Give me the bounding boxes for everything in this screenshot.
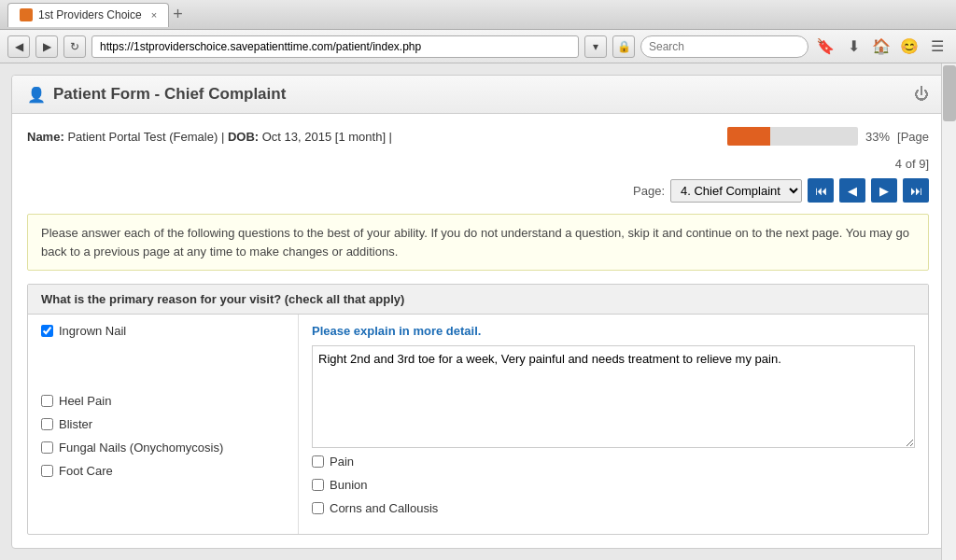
browser-tab[interactable]: 1st Providers Choice ×	[7, 3, 169, 27]
download-icon[interactable]: ⬇	[842, 35, 865, 58]
left-column: Ingrown Nail Heel Pain Blister	[28, 315, 299, 534]
forward-button[interactable]: ▶	[35, 35, 58, 58]
fungal-nails-label: Fungal Nails (Onychomycosis)	[59, 441, 223, 455]
power-icon[interactable]: ⏻	[914, 86, 929, 103]
page-nav-label: Page:	[633, 184, 665, 198]
blister-item: Blister	[41, 417, 285, 431]
dob-label: DOB:	[228, 130, 259, 144]
right-column: Please explain in more detail. Right 2nd…	[299, 315, 928, 534]
page-info: [Page	[897, 130, 929, 144]
instruction-text: Please answer each of the following ques…	[41, 226, 909, 259]
heel-pain-item: Heel Pain	[41, 394, 285, 408]
page-detail: 4 of 9]	[895, 157, 929, 171]
patient-name: Patient Portal Test (Female)	[67, 130, 218, 144]
foot-care-item: Foot Care	[41, 464, 285, 478]
instruction-box: Please answer each of the following ques…	[27, 214, 929, 271]
explain-label: Please explain in more detail.	[312, 324, 915, 338]
first-page-button[interactable]: ⏮	[808, 178, 834, 203]
refresh-button[interactable]: ↻	[63, 35, 86, 58]
pain-label: Pain	[330, 455, 354, 469]
last-page-button[interactable]: ⏭	[903, 178, 929, 203]
pain-checkbox[interactable]	[312, 455, 324, 468]
foot-care-label: Foot Care	[59, 464, 113, 478]
bunion-item: Bunion	[312, 478, 915, 492]
progress-section: 33% [Page	[727, 127, 929, 146]
patient-info-text: Name: Patient Portal Test (Female) | DOB…	[27, 130, 392, 144]
ingrown-nail-label: Ingrown Nail	[59, 324, 126, 338]
page-nav-row: Page: 1. Welcome2. Demographics3. Insura…	[27, 178, 929, 203]
form-title-text: Patient Form - Chief Complaint	[53, 85, 286, 104]
blister-checkbox[interactable]	[41, 418, 53, 430]
user-icon: 👤	[27, 86, 46, 104]
question-header-text: What is the primary reason for your visi…	[41, 292, 404, 306]
fungal-nails-item: Fungal Nails (Onychomycosis)	[41, 441, 285, 455]
prev-page-button[interactable]: ◀	[839, 178, 865, 203]
ingrown-nail-item: Ingrown Nail	[41, 324, 285, 338]
address-bar[interactable]	[91, 35, 579, 58]
new-tab-button[interactable]: +	[173, 5, 183, 24]
patient-info-row: Name: Patient Portal Test (Female) | DOB…	[27, 127, 929, 146]
heel-pain-checkbox[interactable]	[41, 395, 53, 407]
name-label: Name:	[27, 130, 64, 144]
svg-rect-0	[21, 10, 31, 20]
explain-textarea[interactable]: Right 2nd and 3rd toe for a week, Very p…	[312, 345, 915, 448]
question-section: What is the primary reason for your visi…	[27, 284, 929, 535]
bunion-checkbox[interactable]	[312, 479, 324, 491]
bunion-label: Bunion	[330, 478, 367, 492]
dropdown-button[interactable]: ▾	[584, 35, 607, 58]
next-page-button[interactable]: ▶	[871, 178, 897, 203]
question-header: What is the primary reason for your visi…	[28, 285, 928, 315]
bookmark-icon[interactable]: 🔖	[814, 35, 836, 58]
heel-pain-label: Heel Pain	[59, 394, 111, 408]
blister-label: Blister	[59, 417, 92, 431]
page-select[interactable]: 1. Welcome2. Demographics3. Insurance4. …	[670, 179, 802, 203]
tab-close-button[interactable]: ×	[151, 9, 157, 21]
form-header: 👤 Patient Form - Chief Complaint ⏻	[12, 76, 944, 114]
ingrown-nail-checkbox[interactable]	[41, 325, 53, 337]
browser-navbar: ◀ ▶ ↻ ▾ 🔒 🔖 ⬇ 🏠 😊 ☰	[0, 30, 956, 63]
patient-dob: Oct 13, 2015	[262, 130, 331, 144]
tab-favicon	[20, 8, 33, 21]
search-input[interactable]	[640, 35, 808, 58]
scrollbar-track[interactable]	[941, 63, 956, 560]
menu-icon[interactable]: ☰	[926, 35, 949, 58]
corns-checkbox[interactable]	[312, 502, 324, 514]
corns-label: Corns and Callousis	[330, 501, 438, 515]
question-body: Ingrown Nail Heel Pain Blister	[28, 315, 928, 534]
page-content: 👤 Patient Form - Chief Complaint ⏻ Name:…	[0, 63, 956, 560]
avatar-icon[interactable]: 😊	[898, 35, 921, 58]
form-title: 👤 Patient Form - Chief Complaint	[27, 85, 286, 104]
browser-titlebar: 1st Providers Choice × +	[0, 0, 956, 30]
tab-title: 1st Providers Choice	[38, 8, 142, 21]
progress-fill	[727, 127, 770, 146]
home-icon[interactable]: 🏠	[870, 35, 893, 58]
form-panel: 👤 Patient Form - Chief Complaint ⏻ Name:…	[11, 75, 945, 549]
form-body: Name: Patient Portal Test (Female) | DOB…	[12, 114, 944, 548]
back-button[interactable]: ◀	[7, 35, 30, 58]
patient-age: [1 month]	[335, 130, 386, 144]
foot-care-checkbox[interactable]	[41, 465, 53, 477]
fungal-nails-checkbox[interactable]	[41, 441, 53, 454]
progress-bar	[727, 127, 858, 146]
progress-text: 33%	[865, 130, 890, 144]
corns-item: Corns and Callousis	[312, 501, 915, 515]
ssl-button[interactable]: 🔒	[612, 35, 635, 58]
scrollbar-thumb[interactable]	[943, 65, 956, 121]
pain-item: Pain	[312, 455, 915, 469]
